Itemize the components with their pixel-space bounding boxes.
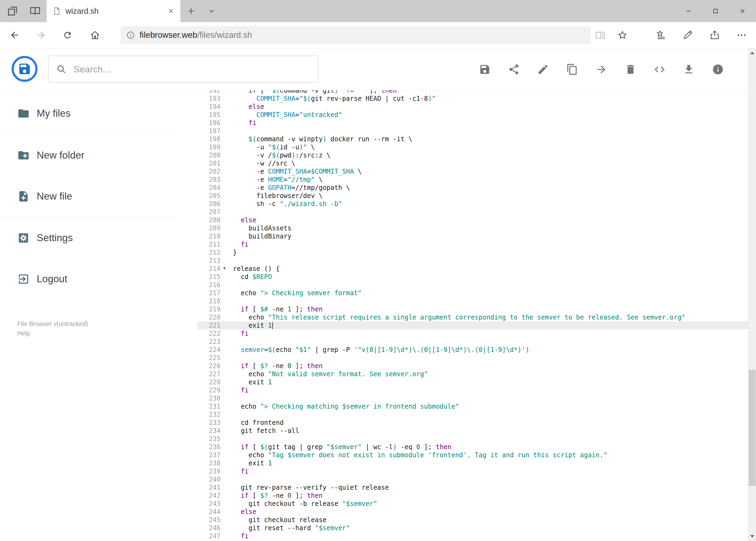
code-line[interactable]: 205 filebrowser/dev \ bbox=[198, 192, 748, 200]
share-button[interactable] bbox=[505, 61, 523, 78]
minimize-button[interactable] bbox=[675, 0, 702, 22]
code-line[interactable]: 232 bbox=[198, 410, 748, 419]
source-code-button[interactable] bbox=[651, 61, 668, 78]
sidebar-item-new-file[interactable]: New file bbox=[17, 184, 72, 209]
code-line[interactable]: 225 bbox=[198, 354, 748, 362]
code-line[interactable]: 218 bbox=[198, 297, 748, 305]
code-line[interactable]: 239 fi bbox=[198, 467, 748, 475]
reading-view-icon[interactable] bbox=[591, 22, 610, 48]
code-line[interactable]: 211 fi bbox=[198, 241, 748, 249]
refresh-button[interactable] bbox=[58, 22, 77, 48]
code-line[interactable]: 214▾release () { bbox=[198, 265, 748, 273]
code-line[interactable]: 197 bbox=[198, 127, 748, 135]
code-line[interactable]: 247 fi bbox=[198, 532, 748, 540]
code-line[interactable]: 192 if [ "$(command -v git)" != "" ]; th… bbox=[198, 90, 748, 95]
annotate-pen-icon[interactable] bbox=[678, 22, 697, 48]
copy-button[interactable] bbox=[564, 61, 581, 78]
code-line[interactable]: 246 git reset --hard "$semver" bbox=[198, 524, 748, 532]
tab-close-icon[interactable] bbox=[167, 8, 174, 15]
info-button[interactable] bbox=[709, 61, 727, 78]
sidebar-item-logout[interactable]: Logout bbox=[17, 267, 67, 291]
help-link[interactable]: Help bbox=[17, 329, 30, 338]
search-box[interactable] bbox=[48, 56, 319, 83]
code-line[interactable]: 227 echo "Not valid semver format. See s… bbox=[198, 370, 748, 378]
hub-icon[interactable] bbox=[651, 22, 671, 48]
code-line[interactable]: 236 if [ $(git tag | grep "$semver" | wc… bbox=[198, 443, 748, 451]
save-button[interactable] bbox=[476, 61, 493, 78]
favorite-star-icon[interactable] bbox=[613, 22, 632, 48]
code-line[interactable]: 245 git checkout release bbox=[198, 516, 748, 524]
code-line[interactable]: 210 buildBinary bbox=[198, 232, 748, 241]
code-line[interactable]: 198 $(command -v winpty) docker run --rm… bbox=[198, 135, 748, 143]
sidebar-item-my-files[interactable]: My files bbox=[17, 101, 71, 126]
page-info-icon[interactable] bbox=[126, 31, 135, 40]
address-bar[interactable]: filebrowser.web/files/wizard.sh bbox=[121, 26, 591, 44]
code-line[interactable]: 215 cd $REPO bbox=[198, 273, 748, 281]
code-line[interactable]: 221 exit 1 bbox=[198, 321, 748, 329]
code-line[interactable]: 241 git rev-parse --verify --quiet relea… bbox=[198, 483, 748, 492]
fold-marker-icon[interactable]: ▾ bbox=[223, 264, 226, 272]
forward-button[interactable] bbox=[31, 22, 51, 48]
code-line[interactable]: 223 bbox=[198, 337, 748, 346]
code-line[interactable]: 212} bbox=[198, 249, 748, 257]
code-line[interactable]: 216 bbox=[198, 281, 748, 289]
code-line[interactable]: 206 sh -c "./wizard.sh -b" bbox=[198, 200, 748, 208]
code-line[interactable]: 196 fi bbox=[198, 119, 748, 127]
home-button[interactable] bbox=[85, 22, 105, 48]
code-line[interactable]: 204 -e GOPATH=//tmp/gopath \ bbox=[198, 184, 748, 192]
page-scrollbar[interactable] bbox=[748, 48, 756, 541]
code-line[interactable]: 194 else bbox=[198, 103, 748, 111]
scrollbar-thumb[interactable] bbox=[749, 370, 756, 486]
app-logo[interactable] bbox=[12, 56, 38, 82]
code-line[interactable]: 195 COMMIT_SHA="untracked" bbox=[198, 111, 748, 119]
code-line[interactable]: 200 -v /$(pwd):/src:z \ bbox=[198, 151, 748, 159]
code-line[interactable]: 207 bbox=[198, 208, 748, 216]
code-line[interactable]: 217 echo "> Checking semver format" bbox=[198, 289, 748, 297]
code-line[interactable]: 230 bbox=[198, 394, 748, 402]
code-editor[interactable]: 192 if [ "$(command -v git)" != "" ]; th… bbox=[198, 90, 748, 541]
code-line[interactable]: 244 else bbox=[198, 508, 748, 516]
new-tab-button[interactable] bbox=[183, 0, 199, 22]
code-line[interactable]: 243 git checkout -b release "$semver" bbox=[198, 500, 748, 508]
code-line[interactable]: 208 else bbox=[198, 216, 748, 224]
code-line[interactable]: 228 exit 1 bbox=[198, 378, 748, 386]
code-line[interactable]: 231 echo "> Checking matching $semver in… bbox=[198, 402, 748, 410]
code-line[interactable]: 203 -e HOME="//tmp" \ bbox=[198, 176, 748, 184]
scroll-up-icon[interactable] bbox=[748, 48, 756, 58]
code-line[interactable]: 238 exit 1 bbox=[198, 459, 748, 467]
maximize-button[interactable] bbox=[702, 0, 729, 22]
code-line[interactable]: 201 -w //src \ bbox=[198, 159, 748, 168]
code-line[interactable]: 242 if [ $? -ne 0 ]; then bbox=[198, 492, 748, 500]
search-input[interactable] bbox=[73, 64, 311, 75]
sidebar-item-settings[interactable]: Settings bbox=[17, 226, 73, 250]
code-line[interactable]: 222 fi bbox=[198, 329, 748, 337]
delete-button[interactable] bbox=[622, 61, 639, 78]
more-options-icon[interactable] bbox=[732, 22, 751, 48]
code-line[interactable]: 199 -u "$(id -u)" \ bbox=[198, 143, 748, 151]
back-button[interactable] bbox=[5, 22, 24, 48]
code-line[interactable]: 213 bbox=[198, 257, 748, 265]
set-aside-tabs-icon[interactable] bbox=[5, 4, 20, 19]
code-line[interactable]: 226 if [ $? -ne 0 ]; then bbox=[198, 362, 748, 370]
scroll-down-icon[interactable] bbox=[748, 532, 756, 541]
code-line[interactable]: 233 cd frontend bbox=[198, 419, 748, 427]
sidebar-item-new-folder[interactable]: New folder bbox=[17, 143, 85, 168]
code-line[interactable]: 193 COMMIT_SHA="$(git rev-parse HEAD | c… bbox=[198, 95, 748, 103]
download-button[interactable] bbox=[680, 61, 697, 78]
code-line[interactable]: 220 echo "This release script requires a… bbox=[198, 313, 748, 321]
tab-preview-icon[interactable] bbox=[28, 4, 43, 19]
code-line[interactable]: 224 semver=$(echo "$1" | grep -P '^v(0|[… bbox=[198, 346, 748, 354]
code-line[interactable]: 240 bbox=[198, 475, 748, 483]
code-line[interactable]: 209 buildAssets bbox=[198, 224, 748, 232]
code-line[interactable]: 219 if [ $# -ne 1 ]; then bbox=[198, 305, 748, 313]
rename-button[interactable] bbox=[534, 61, 552, 78]
tab-list-chevron-icon[interactable] bbox=[203, 0, 220, 22]
share-icon[interactable] bbox=[705, 22, 724, 48]
browser-tab[interactable]: wizard.sh bbox=[47, 0, 180, 22]
code-line[interactable]: 202 -e COMMIT_SHA=$COMMIT_SHA \ bbox=[198, 168, 748, 176]
code-line[interactable]: 235 bbox=[198, 435, 748, 443]
move-button[interactable] bbox=[593, 61, 610, 78]
code-line[interactable]: 229 fi bbox=[198, 386, 748, 394]
code-line[interactable]: 237 echo "Tag $semver does not exist in … bbox=[198, 451, 748, 459]
close-button[interactable] bbox=[729, 0, 756, 22]
